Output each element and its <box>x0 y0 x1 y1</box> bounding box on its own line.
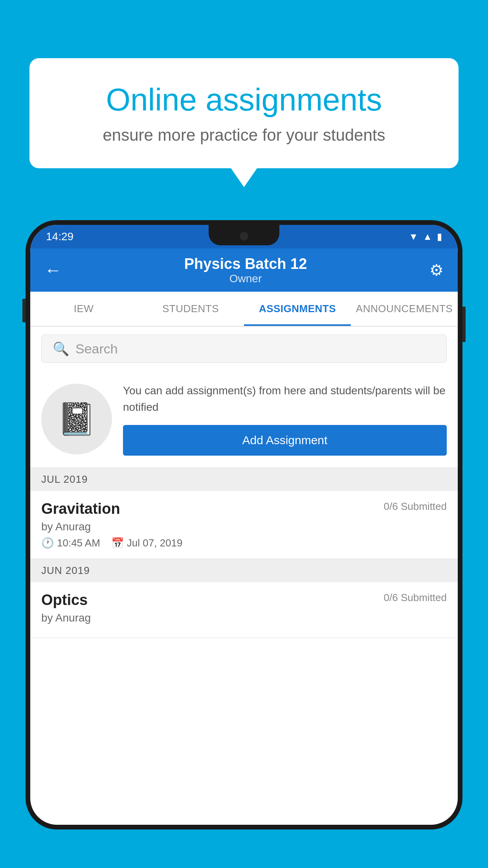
speech-bubble-container: Online assignments ensure more practice … <box>29 58 459 168</box>
calendar-icon: 📅 <box>111 537 124 549</box>
search-icon: 🔍 <box>53 341 69 357</box>
signal-icon: ▲ <box>423 231 432 242</box>
speech-bubble: Online assignments ensure more practice … <box>29 58 459 168</box>
phone-btn-right <box>462 307 466 342</box>
tab-assignments[interactable]: ASSIGNMENTS <box>244 292 351 326</box>
clock-icon: 🕐 <box>41 537 54 549</box>
section-header-jun: JUN 2019 <box>30 559 458 582</box>
assignment-submitted-optics: 0/6 Submitted <box>384 592 447 604</box>
phone-btn-left <box>22 299 26 322</box>
bubble-title: Online assignments <box>57 82 431 118</box>
promo-block: 📓 You can add assignment(s) from here an… <box>30 371 458 468</box>
status-icons: ▼ ▲ ▮ <box>409 231 442 242</box>
search-placeholder: Search <box>75 341 118 357</box>
battery-icon: ▮ <box>437 231 442 242</box>
assignment-submitted-gravitation: 0/6 Submitted <box>384 500 447 513</box>
phone-camera <box>240 232 248 241</box>
app-header: ← Physics Batch 12 Owner ⚙ <box>30 248 458 292</box>
settings-icon[interactable]: ⚙ <box>429 261 444 279</box>
assignment-icon: 📓 <box>57 401 96 438</box>
assignment-item-gravitation[interactable]: Gravitation 0/6 Submitted by Anurag 🕐 10… <box>30 491 458 559</box>
assignment-title-optics: Optics <box>41 592 88 609</box>
promo-text-group: You can add assignment(s) from here and … <box>123 383 447 456</box>
back-button[interactable]: ← <box>44 260 62 280</box>
header-subtitle: Owner <box>184 272 307 285</box>
promo-icon-circle: 📓 <box>41 384 112 454</box>
phone-wrapper: 14:29 ▼ ▲ ▮ ← Physics Batch 12 Owner ⚙ <box>26 220 462 868</box>
wifi-icon: ▼ <box>409 231 418 242</box>
header-title: Physics Batch 12 <box>184 256 307 272</box>
phone-notch <box>209 225 279 245</box>
assignment-top-row: Gravitation 0/6 Submitted <box>41 500 447 517</box>
header-title-group: Physics Batch 12 Owner <box>184 256 307 285</box>
bubble-subtitle: ensure more practice for your students <box>57 126 431 145</box>
add-assignment-button[interactable]: Add Assignment <box>123 425 447 456</box>
status-time: 14:29 <box>46 230 73 243</box>
assignment-author-optics: by Anurag <box>41 612 447 624</box>
tab-students[interactable]: STUDENTS <box>137 292 244 326</box>
assignment-date: Jul 07, 2019 <box>127 537 183 549</box>
assignment-time: 10:45 AM <box>57 537 100 549</box>
tabs-container: IEW STUDENTS ASSIGNMENTS ANNOUNCEMENTS <box>30 292 458 327</box>
assignment-item-optics[interactable]: Optics 0/6 Submitted by Anurag <box>30 582 458 638</box>
assignment-meta-gravitation: 🕐 10:45 AM 📅 Jul 07, 2019 <box>41 537 447 549</box>
assignment-top-row-optics: Optics 0/6 Submitted <box>41 592 447 609</box>
assignment-title-gravitation: Gravitation <box>41 500 120 517</box>
tab-iew[interactable]: IEW <box>30 292 137 326</box>
phone-outer: 14:29 ▼ ▲ ▮ ← Physics Batch 12 Owner ⚙ <box>26 220 462 829</box>
meta-date: 📅 Jul 07, 2019 <box>111 537 183 549</box>
search-container: 🔍 Search <box>30 327 458 371</box>
meta-time: 🕐 10:45 AM <box>41 537 100 549</box>
assignment-author-gravitation: by Anurag <box>41 520 447 533</box>
promo-description: You can add assignment(s) from here and … <box>123 383 447 416</box>
tab-announcements[interactable]: ANNOUNCEMENTS <box>351 292 458 326</box>
phone-screen: 14:29 ▼ ▲ ▮ ← Physics Batch 12 Owner ⚙ <box>30 225 458 825</box>
section-header-jul: JUL 2019 <box>30 468 458 491</box>
search-bar[interactable]: 🔍 Search <box>41 335 447 363</box>
